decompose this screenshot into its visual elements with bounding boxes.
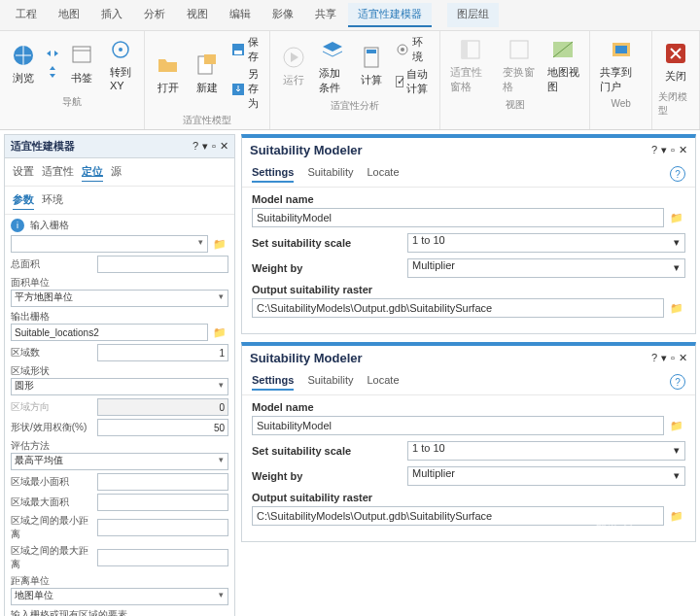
sm-tab-settings[interactable]: Settings — [252, 166, 294, 183]
info-icon: i — [11, 219, 24, 232]
dist-unit-select[interactable]: 地图单位 — [11, 588, 228, 605]
group-model: 打开 新建 保存 另存为 适宜性模型 — [145, 31, 270, 129]
transform-icon — [506, 36, 533, 63]
weight-select[interactable]: Multiplier — [407, 258, 685, 278]
max-dist-input[interactable] — [97, 549, 228, 566]
share-button[interactable]: 共享到门户 — [596, 34, 646, 96]
svg-rect-7 — [234, 51, 242, 54]
play-icon — [280, 44, 307, 71]
layers-plus-icon — [319, 37, 346, 64]
tab-insert[interactable]: 插入 — [91, 3, 132, 27]
total-area-input[interactable] — [97, 256, 228, 273]
checkbox-icon — [396, 76, 403, 87]
run-button[interactable]: 运行 — [276, 42, 311, 89]
subtab-settings[interactable]: 设置 — [13, 162, 34, 182]
bookmark-button[interactable]: 书签 — [64, 40, 99, 87]
subtab-locate[interactable]: 定位 — [82, 162, 103, 182]
tab-view[interactable]: 视图 — [177, 3, 218, 27]
tab-share[interactable]: 共享 — [305, 3, 346, 27]
trans-button[interactable]: 变换窗格 — [499, 34, 540, 96]
model-name-input[interactable] — [252, 208, 664, 227]
min-area-input[interactable] — [97, 473, 228, 491]
browse-folder-icon[interactable]: 📁 — [668, 417, 685, 434]
help-dot-icon[interactable]: ? — [670, 374, 685, 390]
tab-layergroup[interactable]: 图层组 — [447, 3, 499, 27]
nav-arrows[interactable] — [45, 46, 60, 82]
autocalc-check[interactable]: 自动计算 — [393, 66, 434, 97]
scale-select[interactable]: 1 to 10 — [407, 233, 685, 253]
sm-tab-locate[interactable]: Locate — [367, 374, 399, 391]
tab-image[interactable]: 影像 — [262, 3, 303, 27]
gear-icon — [396, 42, 409, 57]
browse-folder-icon[interactable]: 📁 — [668, 507, 685, 525]
open-button[interactable]: 打开 — [151, 50, 186, 97]
svg-point-13 — [401, 48, 404, 51]
help-icon[interactable]: ? — [651, 144, 657, 156]
close-button[interactable]: 关闭 — [658, 38, 693, 86]
folder-open-icon — [155, 51, 182, 79]
saveas-button[interactable]: 另存为 — [228, 66, 263, 112]
close-pane-icon[interactable]: ✕ — [679, 352, 687, 364]
tab-map[interactable]: 地图 — [49, 3, 89, 27]
sm-tab-settings[interactable]: Settings — [252, 374, 294, 391]
region-count-input[interactable] — [97, 344, 228, 361]
help-icon[interactable]: ? — [192, 140, 198, 153]
sm-tab-locate[interactable]: Locate — [367, 166, 399, 183]
browse-button[interactable]: 浏览 — [6, 40, 41, 87]
minimize-icon[interactable]: ▾ — [661, 144, 667, 156]
mapview-button[interactable]: 地图视图 — [543, 34, 584, 96]
output-raster-input[interactable] — [252, 298, 664, 318]
sm-tab-suitability[interactable]: Suitability — [307, 374, 353, 391]
browse-folder-icon[interactable]: 📁 — [668, 209, 685, 226]
scale-select[interactable]: 1 to 10 — [407, 441, 685, 461]
help-dot-icon[interactable]: ? — [670, 166, 685, 182]
input-raster-select[interactable] — [11, 235, 208, 253]
minimize-icon[interactable]: ▾ — [202, 140, 208, 153]
subtabs-1: 设置 适宜性 定位 源 — [5, 158, 234, 187]
region-shape-select[interactable]: 圆形 — [11, 378, 228, 395]
cloud-icon — [608, 36, 635, 63]
subtab-suitability[interactable]: 适宜性 — [42, 162, 74, 182]
env-button[interactable]: 环境 — [393, 34, 434, 65]
out-raster-input[interactable] — [11, 324, 208, 341]
shape-weight-input[interactable] — [97, 419, 228, 436]
weight-select[interactable]: Multiplier — [407, 466, 685, 486]
tab-analyze[interactable]: 分析 — [134, 3, 175, 27]
sm-tab-suitability[interactable]: Suitability — [307, 166, 353, 183]
max-area-input[interactable] — [97, 494, 228, 511]
pin-icon[interactable]: ▫ — [671, 352, 675, 364]
model-name-input[interactable] — [252, 416, 664, 435]
compute-button[interactable]: 计算 — [354, 42, 389, 89]
browse-folder-icon[interactable]: 📁 — [211, 235, 228, 253]
browse-folder-icon[interactable]: 📁 — [211, 324, 228, 341]
close-pane-icon[interactable]: ✕ — [679, 144, 687, 156]
pin-icon[interactable]: ▫ — [212, 140, 216, 153]
eval-method-select[interactable]: 最高平均值 — [11, 453, 228, 470]
tab-suitability-modeler[interactable]: 适宜性建模器 — [348, 3, 432, 27]
browse-folder-icon[interactable]: 📁 — [668, 299, 685, 317]
pane-button[interactable]: 适宜性窗格 — [446, 34, 495, 96]
min-dist-input[interactable] — [97, 519, 228, 536]
tab-edit[interactable]: 编辑 — [220, 3, 261, 27]
area-unit-select[interactable]: 平方地图单位 — [11, 290, 228, 307]
ribbon-tabs: 工程 地图 插入 分析 视图 编辑 影像 共享 适宜性建模器 图层组 — [0, 0, 700, 31]
help-icon[interactable]: ? — [651, 352, 657, 364]
group-close: 关闭 关闭模型 — [652, 31, 700, 129]
pin-icon[interactable]: ▫ — [671, 144, 675, 156]
save-button[interactable]: 保存 — [228, 34, 263, 65]
new-button[interactable]: 新建 — [190, 50, 225, 97]
saveas-icon — [231, 82, 245, 97]
suitability-modeler-pane-2: Suitability Modeler ?▾▫✕ Settings Suitab… — [241, 342, 696, 542]
save-icon — [231, 42, 245, 57]
addcrit-button[interactable]: 添加条件 — [315, 35, 350, 97]
close-pane-icon[interactable]: ✕ — [220, 140, 228, 153]
subtab-params[interactable]: 参数 — [13, 190, 34, 210]
tab-project[interactable]: 工程 — [6, 3, 47, 27]
subtab-env[interactable]: 环境 — [42, 190, 63, 210]
svg-rect-11 — [367, 50, 376, 53]
minimize-icon[interactable]: ▾ — [661, 352, 667, 364]
output-raster-input[interactable] — [252, 506, 664, 526]
suitability-modeler-pane-1: Suitability Modeler ?▾▫✕ Settings Suitab… — [241, 134, 696, 334]
goxy-button[interactable]: 转到 XY — [103, 34, 138, 93]
subtab-source[interactable]: 源 — [111, 162, 122, 182]
